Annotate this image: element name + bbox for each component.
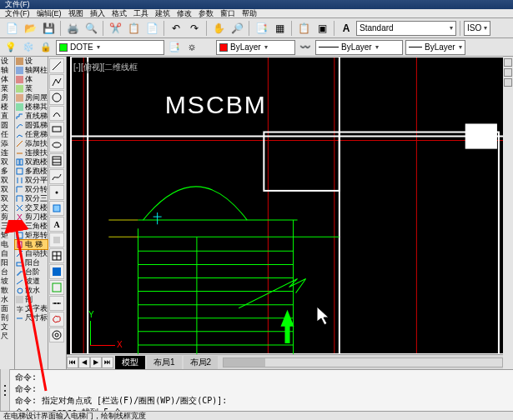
paste-icon[interactable]: 📄: [143, 20, 160, 37]
cat-item[interactable]: 菜: [0, 84, 14, 93]
menu-help[interactable]: 帮助: [242, 8, 257, 19]
menu-arch[interactable]: 建筑: [155, 8, 170, 19]
cat-item[interactable]: 双: [0, 194, 14, 203]
point-icon[interactable]: [49, 185, 64, 200]
tool-steps[interactable]: 台阶: [15, 268, 48, 277]
tool-arc-stair[interactable]: 圆弧梯段: [15, 121, 48, 130]
tool-triangle-stair[interactable]: 三角楼梯: [15, 222, 48, 231]
cat-item[interactable]: 交: [0, 203, 14, 212]
menu-window[interactable]: 窗口: [220, 8, 235, 19]
tab-nav-first[interactable]: ⏮: [67, 357, 78, 368]
cat-item[interactable]: 添: [0, 139, 14, 148]
cat-item[interactable]: 圆: [0, 121, 14, 130]
layer-bulb-icon[interactable]: 💡: [3, 40, 18, 55]
tool-setup[interactable]: 设: [15, 57, 48, 66]
cat-item[interactable]: 水: [0, 295, 14, 304]
tab-model[interactable]: 模型: [115, 356, 145, 369]
menu-view[interactable]: 视图: [68, 8, 83, 19]
cat-item[interactable]: 散: [0, 286, 14, 295]
cat-item[interactable]: 矩: [0, 231, 14, 240]
cat-item[interactable]: 体: [0, 75, 14, 84]
tool-rect-corner[interactable]: 矩形转角: [15, 231, 48, 240]
tool-text-table[interactable]: 字文字表格: [15, 304, 48, 313]
cat-item[interactable]: 台: [0, 268, 14, 277]
cat-item[interactable]: 双: [0, 158, 14, 167]
tab-nav-next[interactable]: ▶: [90, 357, 102, 368]
table-icon[interactable]: [49, 248, 64, 263]
grid-icon[interactable]: ▦: [271, 20, 288, 37]
tool-dual-corner[interactable]: 双分转角: [15, 185, 48, 194]
cat-item[interactable]: 多: [0, 167, 14, 176]
menu-modify[interactable]: 修改: [177, 8, 192, 19]
command-window[interactable]: 命令: 命令: 命令: 指定对角点或 [栏选(F)/圈围(WP)/圈交(CP)]…: [10, 369, 513, 411]
hatch-icon[interactable]: [49, 153, 64, 168]
menu-tools[interactable]: 工具: [133, 8, 148, 19]
cat-item[interactable]: 任: [0, 130, 14, 139]
spline-icon[interactable]: [49, 169, 64, 184]
polyline-icon[interactable]: [49, 74, 64, 89]
tool-scissor-stair[interactable]: 剪刀楼梯: [15, 212, 48, 222]
redo-icon[interactable]: ↷: [186, 20, 203, 37]
cat-item[interactable]: 坡: [0, 277, 14, 286]
cat-item[interactable]: 尺: [0, 332, 14, 341]
block-icon[interactable]: ▣: [314, 20, 330, 37]
menu-format[interactable]: 格式: [112, 8, 127, 19]
layer-combo[interactable]: DOTE ▾: [56, 40, 164, 55]
block-insert-icon[interactable]: [49, 201, 64, 216]
tool-apron[interactable]: 散水: [15, 286, 48, 295]
cat-item[interactable]: 三: [0, 222, 14, 231]
iso-combo[interactable]: ISO ▾: [464, 21, 490, 36]
tool-dual-parallel[interactable]: 双分平行: [15, 176, 48, 185]
cmd-grip[interactable]: ⋮: [0, 369, 10, 411]
tool-menu[interactable]: 菜: [15, 84, 48, 93]
tool-any-stair[interactable]: 任意梯段: [15, 130, 48, 139]
layer-lock-icon[interactable]: 🔒: [38, 40, 53, 55]
textstyle-combo[interactable]: Standard ▾: [356, 21, 456, 36]
tool-escalator[interactable]: 自动扶梯: [15, 249, 48, 258]
tool-cross-stair[interactable]: 交叉楼梯: [15, 203, 48, 212]
viewcube-icon[interactable]: [504, 58, 512, 67]
tab-nav-prev[interactable]: ◀: [78, 357, 90, 368]
cat-item[interactable]: 面: [0, 304, 14, 313]
zoom-icon[interactable]: 🔎: [229, 20, 245, 37]
revcloud-icon[interactable]: [49, 312, 64, 327]
circle-icon[interactable]: [49, 90, 64, 105]
linetype-icon[interactable]: 〰️: [298, 40, 313, 55]
menu-param[interactable]: 参数: [199, 8, 214, 19]
undo-icon[interactable]: ↶: [168, 20, 184, 37]
gradient-icon[interactable]: [49, 264, 64, 279]
cat-item[interactable]: 连: [0, 148, 14, 158]
ellipse-icon[interactable]: [49, 138, 64, 152]
tool-elevator[interactable]: 电 梯: [15, 240, 48, 249]
arc-icon[interactable]: [49, 106, 64, 121]
layer-states-icon[interactable]: 📑: [167, 40, 182, 55]
tool-axis-grid[interactable]: 轴网柱子: [15, 66, 48, 75]
menu-insert[interactable]: 插入: [90, 8, 105, 19]
region-icon[interactable]: [49, 232, 64, 248]
find-icon[interactable]: 🔍: [83, 20, 99, 37]
cat-item[interactable]: 轴: [0, 66, 14, 75]
divide-icon[interactable]: [49, 296, 64, 311]
tool-dual-triple[interactable]: 双分三跑: [15, 194, 48, 203]
cat-item[interactable]: 直: [0, 112, 14, 121]
color-combo[interactable]: ByLayer ▾: [216, 40, 295, 55]
linetype-combo[interactable]: ByLayer ▾: [315, 40, 403, 55]
tool-balcony[interactable]: 阳台: [15, 258, 48, 268]
menu-edit[interactable]: 编辑(E): [37, 8, 62, 19]
tool-straight-stair[interactable]: 直线梯段: [15, 112, 48, 121]
cat-item[interactable]: 设: [0, 57, 14, 66]
open-icon[interactable]: 📂: [22, 20, 38, 37]
cat-item[interactable]: 文: [0, 322, 14, 332]
save-icon[interactable]: 💾: [40, 20, 57, 37]
navwheel-icon[interactable]: [504, 68, 512, 77]
tool-link-handrail[interactable]: 连接扶手: [15, 148, 48, 158]
tool-dimension[interactable]: 尺寸标注: [15, 313, 48, 322]
cat-item[interactable]: 阳: [0, 258, 14, 268]
line-icon[interactable]: [49, 58, 64, 73]
lineweight-combo[interactable]: ByLayer ▾: [405, 40, 465, 55]
tool-body[interactable]: 体: [15, 75, 48, 84]
cat-item[interactable]: 楼: [0, 102, 14, 112]
h-scrollbar[interactable]: [223, 357, 503, 368]
cut-icon[interactable]: ✂️: [107, 20, 123, 37]
layer-filter-icon[interactable]: ⛭: [184, 40, 199, 55]
